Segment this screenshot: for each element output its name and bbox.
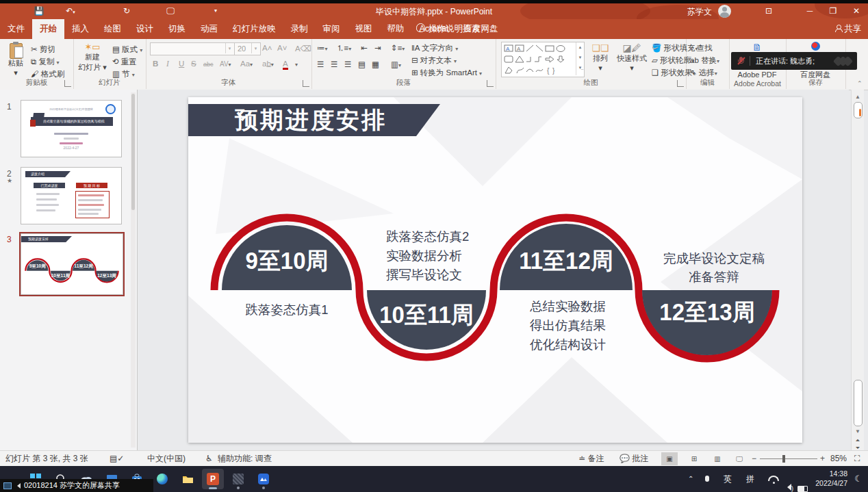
milestone-note-1[interactable]: 跌落姿态仿真1 (218, 300, 355, 320)
shape-gallery[interactable]: A A { } (501, 42, 585, 77)
font-dialog-launcher[interactable] (303, 80, 309, 87)
convert-smartart-button[interactable]: ⊞ 转换为 SmartArt ▾ (411, 68, 482, 78)
speaker-icon[interactable]: ) (784, 475, 793, 492)
tab-design[interactable]: 设计 (129, 19, 161, 39)
avatar[interactable] (718, 5, 731, 18)
font-size-combo[interactable]: 20▾ (234, 42, 261, 55)
find-button[interactable]: ⌕ 查找 (690, 43, 713, 53)
taskbar-meeting-button[interactable] (253, 469, 275, 489)
shape-gallery-scroll[interactable]: ▲▼▼̲ (576, 42, 584, 75)
slide-counter[interactable]: 幻灯片 第 3 张, 共 3 张 (5, 451, 88, 467)
ime-pinyin-indicator[interactable]: 拼 (746, 466, 754, 492)
do-not-disturb-moon-icon[interactable]: ☾ (854, 466, 863, 492)
underline-button[interactable]: U (179, 60, 184, 68)
tab-help[interactable]: 帮助 (380, 19, 412, 39)
layout-button[interactable]: ▤ 版式 ▾ (112, 44, 142, 55)
restore-button[interactable]: ❐ (821, 3, 845, 19)
clear-formatting-icon[interactable]: A⌫ (295, 44, 311, 53)
zoom-out-button[interactable]: − (752, 451, 756, 467)
scroll-thumb[interactable] (854, 380, 863, 426)
close-button[interactable]: ✕ (845, 3, 868, 19)
milestone-note-4[interactable]: 完成毕设论文定稿 准备答辩 (639, 249, 789, 286)
text-direction-button[interactable]: ‖A 文字方向 ▾ (411, 43, 458, 53)
tab-transitions[interactable]: 切换 (161, 19, 193, 39)
collapse-ribbon-icon[interactable]: ⌃ (857, 80, 863, 87)
increase-font-icon[interactable]: A˄ (262, 44, 272, 52)
distribute-icon[interactable]: ▦ (372, 60, 379, 69)
milestone-week-1[interactable]: 9至10周 (218, 245, 355, 277)
tab-animations[interactable]: 动画 (193, 19, 225, 39)
comments-button[interactable]: 💬 批注 (620, 451, 648, 467)
scroll-indicator-pill[interactable] (854, 102, 863, 118)
slide-thumbnail-2[interactable]: 进度介绍 已完成进度 预 期 目 标 (21, 167, 122, 224)
taskbar-powerpoint-button[interactable]: P (202, 469, 224, 489)
slide-title-banner[interactable]: 预期进度安排 (188, 104, 448, 136)
ime-english-indicator[interactable]: 英 (724, 466, 732, 492)
font-color-dd[interactable]: ▾ (295, 60, 298, 68)
reset-button[interactable]: ⟲ 重置 (112, 57, 137, 67)
tab-draw[interactable]: 绘图 (97, 19, 129, 39)
bold-button[interactable]: B (153, 60, 158, 68)
align-text-button[interactable]: ⊟ 对齐文本 ▾ (411, 55, 457, 66)
slide-thumbnail-1[interactable]: 2022届本科毕业设计(论文)中期答辩 手持式吸尘器垃圾桶的跌落过程仿真与模拟 … (21, 100, 122, 157)
font-color-button[interactable]: A (283, 60, 288, 70)
numbering-button[interactable]: ⒈≡▾ (336, 43, 351, 53)
accessibility-status[interactable]: 辅助功能: 调查 (218, 451, 272, 467)
clipboard-dialog-launcher[interactable] (64, 80, 71, 87)
ribbon-display-options-icon[interactable]: ⊡ (757, 3, 780, 19)
language-indicator[interactable]: 中文(中国) (147, 451, 186, 467)
align-right-icon[interactable]: ☰ (344, 60, 351, 69)
columns-button[interactable]: ▥▾ (391, 60, 401, 69)
paragraph-dialog-launcher[interactable] (487, 80, 494, 87)
cut-button[interactable]: ✂ 剪切 (31, 44, 55, 55)
zoom-slider-thumb[interactable] (782, 455, 785, 463)
tab-insert[interactable]: 插入 (64, 19, 97, 39)
slide-sorter-view-button[interactable]: ⊞ (686, 452, 702, 465)
align-center-icon[interactable]: ☰ (331, 60, 337, 69)
spellcheck-icon[interactable]: ▤✓ (110, 451, 124, 467)
zoom-level[interactable]: 85% (830, 451, 847, 467)
tab-home[interactable]: 开始 (32, 19, 64, 39)
bullets-button[interactable]: ≔▾ (317, 43, 328, 53)
thumbnail-pane-scrollbar[interactable] (131, 92, 136, 448)
milestone-note-3[interactable]: 总结实验数据 得出仿真结果 优化结构设计 (530, 297, 606, 354)
reading-view-button[interactable]: ▥ (709, 452, 726, 465)
arrange-button[interactable]: ❏❏ 排列▾ (587, 42, 613, 73)
quick-styles-button[interactable]: ◪🖉 快速样式▾ (615, 42, 649, 73)
milestone-week-3[interactable]: 11至12周 (498, 245, 635, 277)
tab-slideshow[interactable]: 幻灯片放映 (225, 19, 283, 39)
change-case-button[interactable]: Aa▾ (240, 60, 253, 68)
select-button[interactable]: ⇖ 选择▾ (690, 68, 717, 78)
paste-button[interactable]: 粘贴▾ (4, 42, 27, 77)
normal-view-button[interactable]: ▣ (661, 452, 678, 465)
justify-icon[interactable]: ▤ (358, 60, 366, 69)
strikethrough-abc-icon[interactable]: abc (203, 61, 214, 68)
character-spacing-button[interactable]: AV▾ (220, 60, 231, 68)
zoom-in-button[interactable]: + (820, 451, 825, 467)
account-name[interactable]: 苏学文 (687, 6, 712, 18)
italic-button[interactable]: I (166, 60, 169, 68)
taskbar-edge-button[interactable] (151, 469, 173, 489)
notes-button[interactable]: ≐ 备注 (578, 451, 604, 467)
tray-expand-icon[interactable]: ⌃ (688, 466, 693, 492)
tab-view[interactable]: 视图 (348, 19, 380, 39)
copy-button[interactable]: ⧉ 复制 ▾ (31, 57, 60, 67)
share-button[interactable]: 共享 (834, 19, 861, 39)
tray-mic-icon[interactable] (705, 466, 709, 492)
strikethrough-button[interactable]: S (191, 60, 196, 68)
drawing-dialog-launcher[interactable] (677, 80, 684, 87)
scroll-down-button[interactable]: ▼ (854, 428, 862, 436)
slide-title[interactable]: 预期进度安排 (235, 104, 440, 136)
line-spacing-button[interactable]: ⇕≡▾ (391, 43, 405, 53)
tab-record[interactable]: 录制 (283, 19, 316, 39)
zoom-slider-track[interactable] (760, 458, 817, 459)
new-slide-button[interactable]: ✶▭ 新建 幻灯片 ▾ (76, 42, 109, 73)
main-scrollbar[interactable]: ▲ ▼ ⏶ ⏷ (851, 90, 864, 450)
replace-button[interactable]: ab 替换▾ (690, 55, 719, 66)
slideshow-view-button[interactable]: 🖵 (731, 452, 748, 465)
decrease-indent-icon[interactable]: ⇤ (361, 43, 368, 53)
milestone-week-4[interactable]: 12至13周 (639, 296, 776, 328)
align-left-icon[interactable]: ☰ (317, 60, 324, 69)
speaking-toast[interactable]: 正在讲话: 魏志勇; (731, 52, 857, 70)
milestone-note-2[interactable]: 跌落姿态仿真2 实验数据分析 撰写毕设论文 (386, 227, 469, 285)
